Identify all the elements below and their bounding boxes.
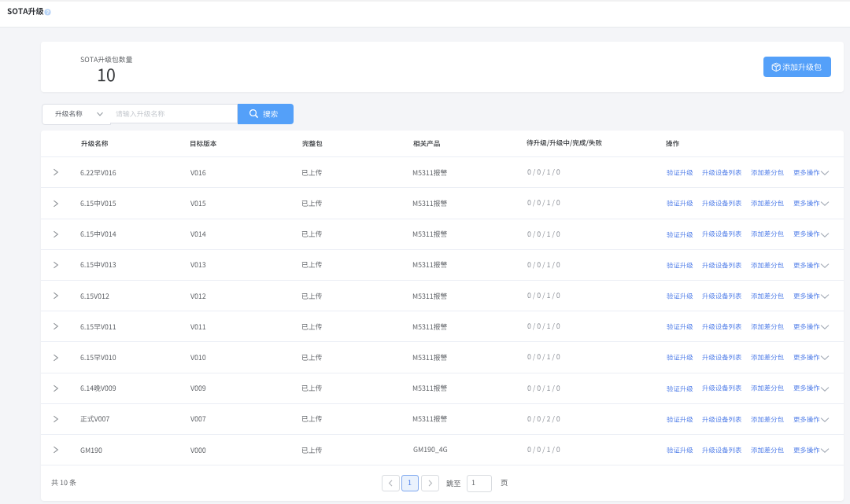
svg-text:?: ? xyxy=(46,9,49,15)
